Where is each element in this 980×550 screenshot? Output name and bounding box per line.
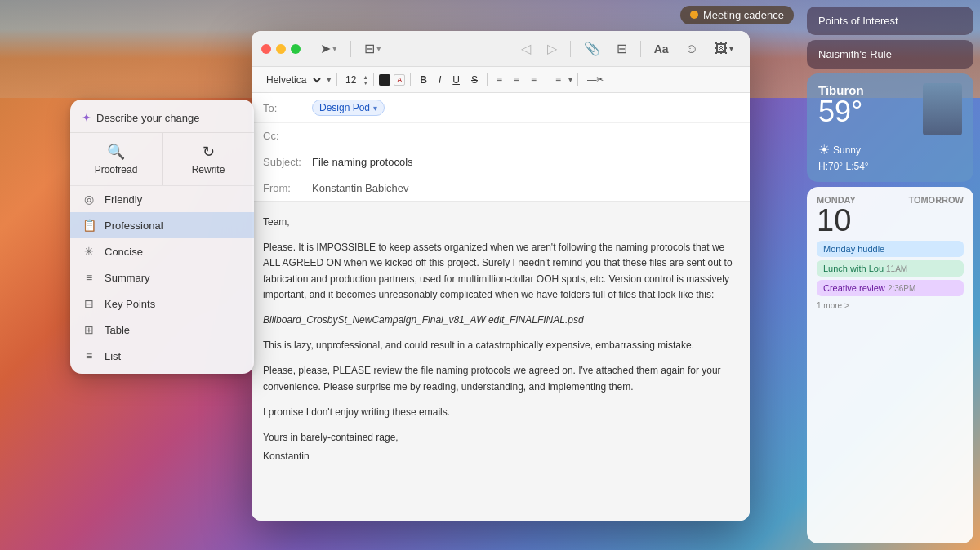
professional-icon: 📋 — [82, 219, 96, 232]
weather-temp: 59° — [818, 97, 864, 126]
highlight-button[interactable]: A — [394, 74, 405, 86]
email-content: Team, Please. It is IMPOSSIBLE to keep a… — [263, 215, 738, 464]
forward-icon[interactable]: ▷ — [541, 38, 564, 60]
rewrite-button[interactable]: ↻ Rewrite — [163, 133, 254, 185]
key-points-menu-item[interactable]: ⊟ Key Points — [70, 291, 254, 317]
close-button[interactable] — [261, 44, 271, 54]
table-menu-item[interactable]: ⊞ Table — [70, 317, 254, 343]
weather-widget: Tiburon 59° ☀ Sunny H:70° L:54° — [807, 73, 973, 182]
friendly-menu-item[interactable]: ◎ Friendly — [70, 186, 254, 212]
email-para4: I promise I don't enjoy writing these em… — [263, 405, 738, 420]
list-label: List — [105, 350, 121, 362]
more-events[interactable]: 1 more > — [817, 301, 964, 310]
cal-event-monday-huddle[interactable]: Monday huddle — [817, 241, 964, 257]
compose-options-icon[interactable]: ⊟ ▾ — [358, 38, 388, 60]
separator — [570, 41, 571, 57]
subject-row: Subject: File naming protocols — [252, 149, 750, 175]
proofread-icon: 🔍 — [107, 143, 125, 161]
separator — [640, 41, 641, 57]
subject-label: Subject: — [263, 156, 312, 168]
email-para3: Please, please, PLEASE review the file n… — [263, 363, 738, 394]
attachment-icon[interactable]: 📎 — [577, 38, 607, 60]
list-icon: ≡ — [82, 349, 96, 362]
cc-label: Cc: — [263, 130, 312, 142]
photo-icon[interactable]: 🖼 ▾ — [708, 38, 740, 60]
friendly-icon: ◎ — [82, 193, 96, 206]
emoji-icon[interactable]: ☺ — [679, 38, 705, 60]
window-toolbar: ➤ ▾ ⊟ ▾ — [314, 38, 388, 60]
cal-event-lunch[interactable]: Lunch with Lou 11AM — [817, 260, 964, 277]
underline-button[interactable]: U — [448, 73, 464, 87]
font-size-stepper[interactable]: ▲ ▼ — [363, 74, 368, 86]
subject-text[interactable]: File naming protocols — [312, 156, 413, 168]
align-center-button[interactable]: ≡ — [510, 73, 523, 87]
separator — [546, 73, 546, 86]
separator — [577, 73, 578, 86]
italic-button[interactable]: I — [434, 73, 445, 87]
widgets-panel: Points of Interest Naismith's Rule Tibur… — [800, 0, 980, 550]
format-separator — [336, 73, 337, 86]
rewrite-icon: ↻ — [203, 143, 215, 161]
to-chip-label: Design Pod — [319, 102, 370, 113]
align-left-button[interactable]: ≡ — [492, 73, 506, 87]
professional-label: Professional — [105, 220, 163, 232]
email-body[interactable]: Team, Please. It is IMPOSSIBLE to keep a… — [252, 202, 750, 521]
email-para5: Yours in barely-contained rage, — [263, 430, 738, 446]
event-time: 2:36PM — [888, 284, 915, 293]
proofread-button[interactable]: 🔍 Proofread — [70, 133, 162, 185]
summary-icon: ≡ — [82, 271, 96, 284]
window-chrome: ➤ ▾ ⊟ ▾ ◁ ▷ 📎 ⊟ Aa ☺ 🖼 ▾ — [252, 31, 750, 67]
compose-new-icon[interactable]: ⊟ — [610, 38, 634, 60]
cal-event-creative-review[interactable]: Creative review 2:36PM — [817, 280, 964, 296]
toolbar-right: ◁ ▷ 📎 ⊟ Aa ☺ 🖼 ▾ — [514, 38, 740, 60]
send-icon[interactable]: ➤ ▾ — [314, 38, 344, 60]
bold-button[interactable]: B — [416, 73, 431, 87]
summary-menu-item[interactable]: ≡ Summary — [70, 264, 254, 291]
widget-naismith[interactable]: Naismith's Rule — [807, 40, 973, 69]
traffic-lights — [261, 44, 301, 54]
calendar-events: Monday huddle Lunch with Lou 11AM Creati… — [817, 241, 964, 310]
proofread-label: Proofread — [95, 164, 138, 175]
list-menu-item[interactable]: ≡ List — [70, 343, 254, 369]
event-title: Lunch with Lou — [823, 264, 884, 273]
to-chip-chevron: ▾ — [373, 104, 377, 113]
list-button[interactable]: ≡ — [551, 73, 565, 87]
email-signature: Konstantin — [263, 449, 738, 464]
concise-menu-item[interactable]: ✳ Concise — [70, 238, 254, 264]
professional-menu-item[interactable]: 📋 Professional — [70, 212, 254, 238]
font-select[interactable]: Helvetica — [260, 72, 323, 88]
weather-condition: Sunny — [833, 144, 861, 156]
weather-hi-lo: H:70° L:54° — [818, 161, 962, 172]
widget-list-label: Points of Interest — [818, 15, 898, 27]
align-right-button[interactable]: ≡ — [527, 73, 541, 87]
to-chip[interactable]: Design Pod ▾ — [312, 100, 385, 116]
more-format-button[interactable]: —✂ — [583, 73, 608, 86]
key-points-label: Key Points — [105, 298, 155, 310]
minimize-button[interactable] — [276, 44, 286, 54]
concise-icon: ✳ — [82, 245, 96, 258]
concise-label: Concise — [105, 246, 143, 258]
widget-points-of-interest[interactable]: Points of Interest — [807, 7, 973, 35]
email-filename: Billboard_CrosbySt_NewCampaign_Final_v81… — [263, 313, 738, 328]
key-points-icon: ⊟ — [82, 297, 96, 310]
font-size-display: 12 — [342, 74, 359, 86]
writing-tools-title: Describe your change — [96, 112, 199, 124]
event-title: Monday huddle — [823, 244, 884, 254]
maximize-button[interactable] — [291, 44, 301, 54]
calendar-day-number: 10 — [817, 205, 856, 236]
meeting-notification[interactable]: Meeting cadence — [680, 6, 794, 24]
separator — [373, 73, 374, 86]
summary-label: Summary — [105, 272, 150, 284]
color-picker[interactable] — [379, 74, 390, 86]
separator — [487, 73, 488, 86]
strikethrough-button[interactable]: S — [467, 73, 482, 87]
back-icon[interactable]: ◁ — [514, 38, 537, 60]
font-icon[interactable]: Aa — [648, 39, 675, 59]
weather-sun-icon: ☀ — [818, 142, 830, 157]
from-row: From: Konstantin Babichev — [252, 175, 750, 201]
event-time: 11AM — [886, 264, 907, 273]
from-label: From: — [263, 182, 312, 194]
email-para2: This is lazy, unprofessional, and could … — [263, 338, 738, 353]
email-fields: To: Design Pod ▾ Cc: Subject: File namin… — [252, 93, 750, 202]
to-row: To: Design Pod ▾ — [252, 93, 750, 123]
